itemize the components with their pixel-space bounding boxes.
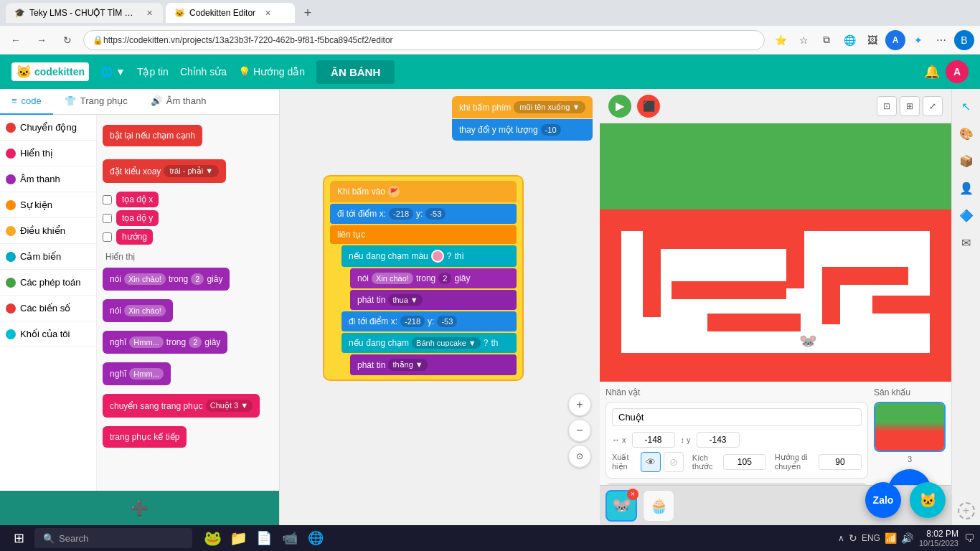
category-sensing[interactable]: Cảm biến (0, 244, 96, 270)
taskbar-explorer-icon[interactable]: 📁 (227, 527, 250, 550)
nav-chinhtua[interactable]: Chỉnh sửa (180, 66, 227, 77)
delete-sprite-bar-button[interactable]: × (627, 489, 639, 500)
block-bounce[interactable]: bật lại nếu chạm cạnh (103, 125, 202, 146)
taskbar-zoom-icon[interactable]: 📹 (278, 527, 301, 550)
tab-teky[interactable]: 🎓 Teky LMS - CHUỘT TÌM BÁNH ✕ (6, 3, 163, 23)
refresh-button[interactable]: ↻ (57, 30, 77, 50)
taskbar-arrow-icon[interactable]: ∧ (838, 533, 844, 543)
fullscreen-button[interactable]: ⤢ (923, 96, 943, 116)
block-switch-costume[interactable]: chuyển sang trang phục Chuột 3 ▼ (103, 394, 260, 418)
block-x[interactable]: tọa độ x (116, 192, 159, 207)
extensions-icon[interactable]: ⭐ (771, 30, 791, 50)
taskbar-file-icon[interactable]: 📄 (253, 527, 275, 550)
x-input[interactable] (632, 432, 675, 448)
sensing-if-color-block[interactable]: nếu đang chạm màu ? thì (341, 245, 517, 267)
rs-icon-package[interactable]: 📦 (955, 149, 978, 172)
block-say[interactable]: nói Xin chào! (103, 299, 173, 322)
medium-view-button[interactable]: ⊞ (900, 96, 920, 116)
block-direction[interactable]: hướng (116, 229, 153, 245)
event-when-clicked[interactable]: Khi bấm vào 🚩 (330, 181, 517, 202)
category-motion[interactable]: Chuyển động (0, 115, 96, 141)
rs-icon-cursor[interactable]: ↖ (955, 95, 978, 118)
y-input[interactable] (697, 432, 740, 448)
category-operators[interactable]: Các phép toán (0, 270, 96, 296)
taskbar-notification-icon[interactable]: 🗨 (964, 532, 974, 544)
codekitten-chat-bubble[interactable]: 🐱 (910, 482, 946, 518)
green-flag-button[interactable]: ▶ (608, 95, 631, 118)
category-events[interactable]: Sự kiện (0, 192, 96, 218)
taskbar-game-icon[interactable]: 🐸 (201, 527, 224, 550)
size-input[interactable] (723, 454, 766, 470)
tab-costume[interactable]: 👕 Trang phục (53, 89, 139, 115)
block-say-duration[interactable]: nói Xin chào! trong 2 giây (103, 268, 230, 291)
category-control[interactable]: Điều khiển (0, 218, 96, 244)
category-variables[interactable]: Các biến số (0, 296, 96, 321)
browser-profile-icon[interactable]: A (885, 30, 905, 50)
checkbox-dir[interactable] (103, 232, 112, 242)
block-group-key[interactable]: khi bấm phím mũi tên xuống ▼ thay đổi y … (452, 96, 593, 141)
motion-change-y-block[interactable]: thay đổi y một lượng -10 (452, 119, 593, 141)
start-button[interactable]: ⊞ (6, 525, 32, 551)
sprite-bar-mouse[interactable]: 🐭 × (606, 490, 637, 522)
nav-taptin[interactable]: Tập tin (137, 66, 169, 77)
rs-add-button[interactable]: + (958, 502, 975, 519)
new-tab-button[interactable]: + (298, 3, 318, 23)
block-think[interactable]: nghĩ Hmm... (103, 362, 171, 385)
sprite-name-input[interactable] (612, 408, 862, 426)
small-view-button[interactable]: ⊡ (877, 96, 897, 116)
tab-codekitten-close[interactable]: ✕ (263, 8, 273, 18)
sound-broadcast-block1[interactable]: phát tin thua ▼ (350, 290, 517, 310)
rs-icon-paint[interactable]: 🎨 (955, 122, 978, 145)
category-myblocks[interactable]: Khối của tôi (0, 321, 96, 347)
control-forever-block[interactable]: liên tục (330, 225, 517, 244)
taskbar-edge-icon[interactable]: 🌐 (304, 527, 327, 550)
translate-icon[interactable]: 🌐 (839, 30, 859, 50)
event-key-block[interactable]: khi bấm phím mũi tên xuống ▼ (452, 96, 593, 118)
tab-sound[interactable]: 🔊 Âm thanh (139, 89, 218, 115)
block-think-duration[interactable]: nghĩ Hmm... trong 2 giây (103, 331, 227, 354)
rs-icon-mail[interactable]: ✉ (955, 231, 978, 254)
show-button[interactable]: 👁 (641, 452, 661, 472)
motion-goto-block[interactable]: đi tới điểm x: -218 y: -53 (330, 204, 517, 224)
sound-broadcast-block2[interactable]: phát tin thắng ▼ (350, 354, 517, 375)
hide-button[interactable]: ⊘ (664, 452, 684, 472)
address-bar[interactable]: 🔒 https://codekitten.vn/projects/13a23b3… (83, 30, 765, 50)
user-avatar[interactable]: A (946, 60, 969, 83)
search-bar[interactable]: 🔍 Search (34, 528, 192, 548)
back-button[interactable]: ← (6, 30, 26, 50)
zoom-reset-button[interactable]: ⊙ (568, 445, 591, 468)
block-group-main[interactable]: Khi bấm vào 🚩 đi tới điểm x: -218 y: -53… (323, 175, 524, 381)
forward-button[interactable]: → (32, 30, 52, 50)
add-extension-button[interactable]: ➕ (0, 491, 279, 525)
zoom-out-button[interactable]: − (568, 419, 591, 442)
star-icon[interactable]: ☆ (793, 30, 814, 50)
tab-code[interactable]: ≡ code (0, 89, 53, 115)
sensing-if-sprite-block[interactable]: nếu đang chạm Bánh cupcake ▼ ? th (341, 333, 517, 353)
looks-say-block[interactable]: nói Xin chào! trong 2 giây (350, 268, 517, 288)
category-looks[interactable]: Hiển thị (0, 141, 96, 166)
bell-icon[interactable]: 🔔 (924, 64, 940, 80)
direction-input[interactable] (819, 454, 862, 470)
favorites-icon[interactable]: ✦ (908, 30, 928, 50)
stop-button[interactable]: ⬛ (637, 95, 660, 118)
stage-thumbnail[interactable] (874, 402, 946, 452)
block-y[interactable]: tọa độ y (116, 210, 159, 226)
copilot-button[interactable]: B (954, 30, 974, 50)
checkbox-x[interactable] (103, 195, 112, 204)
category-sound[interactable]: Âm thanh (0, 166, 96, 192)
zalo-chat-bubble[interactable]: Zalo (865, 482, 901, 518)
sprite-bar-cupcake[interactable]: 🧁 (643, 490, 674, 522)
collections-icon[interactable]: 🖼 (862, 30, 882, 50)
taskbar-lang[interactable]: ENG (862, 533, 880, 543)
block-rotation-style[interactable]: đặt kiểu xoay trái - phải ▼ (103, 159, 226, 183)
motion-goto-block2[interactable]: đi tới điểm x: -218 y: -53 (341, 311, 517, 331)
color-picker-pink[interactable] (431, 250, 444, 263)
more-options-button[interactable]: ⋯ (931, 30, 951, 50)
nav-huongdan[interactable]: 💡 Hướng dẫn (238, 66, 305, 77)
tab-codekitten[interactable]: 🐱 Codekitten Editor ✕ (166, 3, 295, 23)
checkbox-y[interactable] (103, 214, 112, 223)
rs-icon-diamond[interactable]: 🔷 (955, 204, 978, 227)
rs-icon-user[interactable]: 👤 (955, 176, 978, 199)
split-icon[interactable]: ⧉ (816, 30, 837, 50)
block-next-costume[interactable]: trang phục kế tiếp (103, 426, 187, 448)
